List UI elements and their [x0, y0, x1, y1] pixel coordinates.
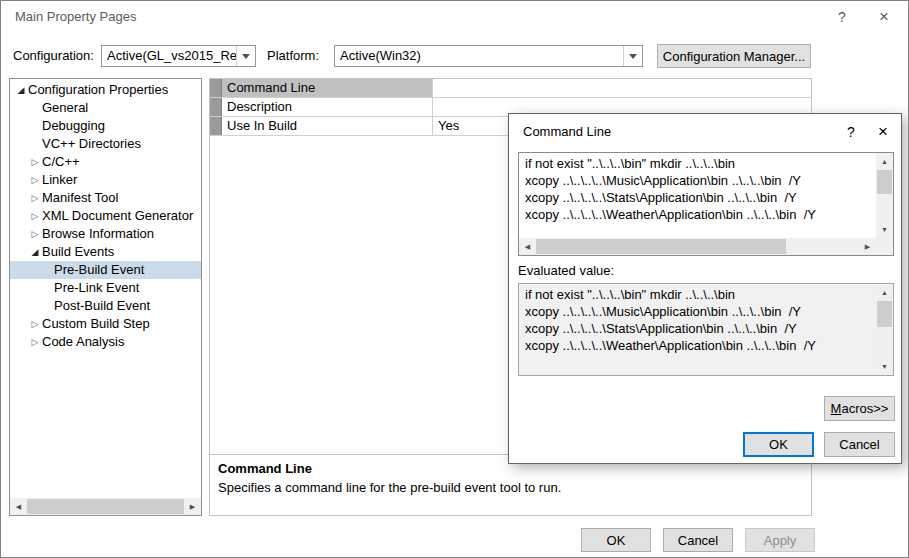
tree-item-label: C/C++ — [42, 153, 80, 171]
property-value[interactable] — [433, 79, 811, 97]
scroll-right-icon[interactable]: ▶ — [184, 498, 201, 515]
tree-item-c-cpp[interactable]: ▷ C/C++ — [10, 153, 201, 171]
configuration-tree: ◢ Configuration Properties General Debug… — [9, 78, 202, 516]
configuration-manager-button[interactable]: Configuration Manager... — [657, 44, 811, 68]
tree-item-label: Debugging — [42, 117, 105, 135]
command-text-area[interactable]: if not exist "..\..\..\bin" mkdir ..\..\… — [518, 152, 894, 256]
property-label[interactable]: Description — [222, 98, 433, 116]
tree-item-label: Browse Information — [42, 225, 154, 243]
macros-label-rest: acros>> — [841, 401, 888, 416]
scroll-down-icon[interactable]: ▼ — [876, 358, 893, 375]
expander-collapsed-icon[interactable]: ▷ — [28, 225, 42, 243]
expander-expanded-icon[interactable]: ◢ — [14, 81, 28, 99]
tree-item-label: Post-Build Event — [54, 297, 150, 315]
tree-item-build-events[interactable]: ◢ Build Events — [10, 243, 201, 261]
evaluated-value-area[interactable]: if not exist "..\..\..\bin" mkdir ..\..\… — [518, 283, 894, 376]
apply-button: Apply — [745, 528, 815, 552]
expander-collapsed-icon[interactable]: ▷ — [28, 207, 42, 225]
help-icon[interactable]: ? — [837, 120, 865, 144]
command-text[interactable]: if not exist "..\..\..\bin" mkdir ..\..\… — [519, 153, 876, 238]
tree-item-label: Linker — [42, 171, 77, 189]
tree-item-configuration-properties[interactable]: ◢ Configuration Properties — [10, 81, 201, 99]
row-indicator — [210, 117, 222, 135]
tree-item-label: Custom Build Step — [42, 315, 150, 333]
tree-item-pre-link-event[interactable]: Pre-Link Event — [10, 279, 201, 297]
tree-item-pre-build-event[interactable]: Pre-Build Event — [10, 261, 201, 279]
close-icon[interactable]: × — [869, 120, 897, 144]
command-line-titlebar: Command Line ? × — [509, 114, 901, 150]
help-icon[interactable]: ? — [828, 5, 856, 29]
tree-item-label: Configuration Properties — [28, 81, 168, 99]
expander-collapsed-icon[interactable]: ▷ — [28, 333, 42, 351]
scroll-right-icon[interactable]: ▶ — [859, 238, 876, 255]
row-indicator — [210, 98, 222, 116]
scrollbar-corner — [876, 238, 893, 255]
scrollbar-thumb[interactable] — [536, 239, 786, 254]
tree-item-browse-information[interactable]: ▷ Browse Information — [10, 225, 201, 243]
tree-item-manifest-tool[interactable]: ▷ Manifest Tool — [10, 189, 201, 207]
tree-item-post-build-event[interactable]: Post-Build Event — [10, 297, 201, 315]
tree-item-label: Pre-Link Event — [54, 279, 139, 297]
tree-item-label: Code Analysis — [42, 333, 124, 351]
row-indicator — [210, 79, 222, 97]
expander-collapsed-icon[interactable]: ▷ — [28, 153, 42, 171]
dropdown-arrow-icon[interactable] — [236, 46, 255, 66]
property-label[interactable]: Use In Build — [222, 117, 433, 135]
platform-combo[interactable]: Active(Win32) — [334, 45, 643, 67]
ok-button[interactable]: OK — [581, 528, 651, 552]
command-line-dialog-title: Command Line — [523, 124, 611, 139]
configuration-combo-value: Active(GL_vs2015_Release — [107, 46, 236, 66]
tree-item-label: General — [42, 99, 88, 117]
scroll-left-icon[interactable]: ◀ — [519, 238, 536, 255]
platform-combo-value: Active(Win32) — [340, 46, 623, 66]
scrollbar-thumb[interactable] — [877, 170, 892, 194]
main-titlebar: Main Property Pages ? × — [1, 1, 908, 33]
expander-collapsed-icon[interactable]: ▷ — [28, 315, 42, 333]
property-row-command-line[interactable]: Command Line — [210, 79, 811, 98]
cancel-button[interactable]: Cancel — [663, 528, 733, 552]
configuration-combo[interactable]: Active(GL_vs2015_Release — [101, 45, 256, 67]
scroll-up-icon[interactable]: ▲ — [876, 284, 893, 301]
expander-collapsed-icon[interactable]: ▷ — [28, 189, 42, 207]
scroll-up-icon[interactable]: ▲ — [876, 153, 893, 170]
tree-item-code-analysis[interactable]: ▷ Code Analysis — [10, 333, 201, 351]
tree-item-label: Pre-Build Event — [54, 261, 144, 279]
tree-horizontal-scrollbar[interactable]: ◀ ▶ — [10, 498, 201, 515]
scrollbar-thumb[interactable] — [877, 301, 892, 327]
tree-item-xml-document-generator[interactable]: ▷ XML Document Generator — [10, 207, 201, 225]
scroll-down-icon[interactable]: ▼ — [876, 221, 893, 238]
macros-button[interactable]: Macros>> — [824, 396, 895, 421]
expander-expanded-icon[interactable]: ◢ — [28, 243, 42, 261]
command-horizontal-scrollbar[interactable]: ◀ ▶ — [519, 238, 876, 255]
main-dialog-title: Main Property Pages — [15, 9, 136, 24]
evaluated-value-label: Evaluated value: — [518, 260, 614, 282]
tree-item-general[interactable]: General — [10, 99, 201, 117]
platform-label: Platform: — [267, 45, 319, 67]
evaluated-vertical-scrollbar[interactable]: ▲ ▼ — [876, 284, 893, 375]
tree-item-label: XML Document Generator — [42, 207, 193, 225]
tree-item-label: Build Events — [42, 243, 114, 261]
tree-item-label: VC++ Directories — [42, 135, 141, 153]
tree-item-linker[interactable]: ▷ Linker — [10, 171, 201, 189]
tree-item-custom-build-step[interactable]: ▷ Custom Build Step — [10, 315, 201, 333]
configuration-label: Configuration: — [13, 45, 94, 67]
close-icon[interactable]: × — [870, 5, 898, 29]
command-line-dialog: Command Line ? × if not exist "..\..\..\… — [508, 113, 902, 464]
scroll-left-icon[interactable]: ◀ — [10, 498, 27, 515]
ok-button[interactable]: OK — [743, 432, 814, 457]
macros-accelerator: M — [831, 401, 842, 416]
tree-item-debugging[interactable]: Debugging — [10, 117, 201, 135]
dropdown-arrow-icon[interactable] — [623, 46, 642, 66]
property-label[interactable]: Command Line — [222, 79, 433, 97]
evaluated-text: if not exist "..\..\..\bin" mkdir ..\..\… — [519, 284, 876, 375]
property-description-text: Specifies a command line for the pre-bui… — [218, 480, 803, 495]
expander-collapsed-icon[interactable]: ▷ — [28, 171, 42, 189]
cancel-button[interactable]: Cancel — [824, 432, 895, 457]
command-vertical-scrollbar[interactable]: ▲ ▼ — [876, 153, 893, 238]
scrollbar-thumb[interactable] — [27, 499, 184, 514]
tree-item-vcpp-directories[interactable]: VC++ Directories — [10, 135, 201, 153]
main-property-pages-dialog: Main Property Pages ? × Configuration: A… — [0, 0, 909, 558]
tree-item-label: Manifest Tool — [42, 189, 118, 207]
